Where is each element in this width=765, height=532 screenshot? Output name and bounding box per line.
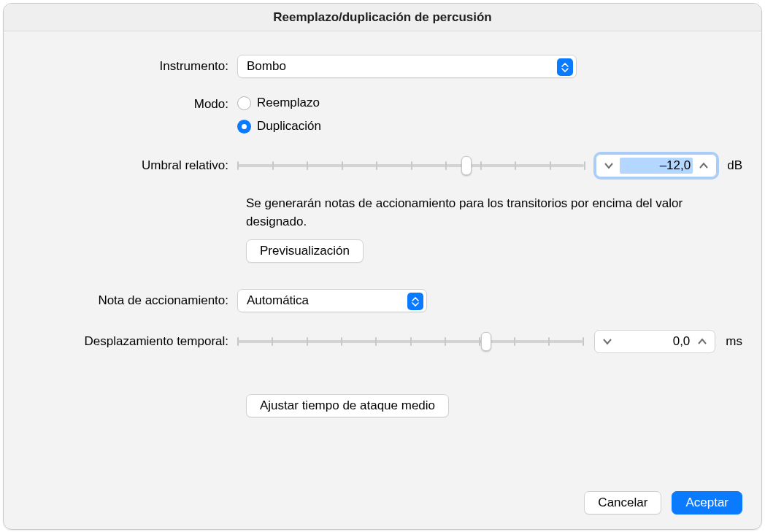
chevron-up-down-icon [407, 293, 423, 310]
titlebar: Reemplazo/duplicación de percusión [4, 4, 761, 31]
threshold-unit: dB [727, 158, 742, 173]
timing-offset-unit: ms [726, 334, 742, 349]
dialog-title: Reemplazo/duplicación de percusión [273, 10, 491, 25]
cancel-button[interactable]: Cancelar [584, 491, 661, 514]
threshold-value[interactable]: –12,0 [620, 158, 693, 174]
dialog-window: Reemplazo/duplicación de percusión Instr… [3, 3, 762, 530]
mode-double-label: Duplicación [257, 119, 321, 134]
prelisten-button[interactable]: Previsualización [246, 239, 364, 263]
chevron-up-down-icon [557, 58, 573, 76]
radio-selected-icon [237, 120, 251, 134]
mode-replace-option[interactable]: Reemplazo [237, 96, 320, 110]
trigger-note-value: Automática [247, 293, 309, 308]
mode-label: Modo: [23, 96, 237, 112]
threshold-label: Umbral relativo: [23, 158, 237, 173]
timing-offset-row: Desplazamiento temporal: [23, 330, 742, 353]
threshold-stepper[interactable]: –12,0 [596, 154, 717, 177]
threshold-helper: Se generarán notas de accionamiento para… [246, 195, 742, 231]
mode-replace-label: Reemplazo [257, 96, 320, 110]
attack-time-button[interactable]: Ajustar tiempo de ataque medio [246, 394, 449, 417]
timing-offset-value[interactable]: 0,0 [618, 334, 691, 349]
instrument-value: Bombo [247, 59, 286, 74]
stepper-up-icon[interactable] [694, 334, 710, 350]
stepper-down-icon[interactable] [601, 158, 617, 174]
threshold-row: Umbral relativo: [23, 154, 742, 177]
timing-offset-slider[interactable] [237, 331, 583, 352]
trigger-note-popup[interactable]: Automática [237, 289, 427, 312]
instrument-popup[interactable]: Bombo [237, 55, 577, 78]
instrument-label: Instrumento: [23, 59, 237, 74]
radio-icon [237, 96, 251, 110]
trigger-note-label: Nota de accionamiento: [23, 293, 237, 308]
stepper-up-icon[interactable] [696, 158, 712, 174]
trigger-note-row: Nota de accionamiento: Automática [23, 289, 742, 312]
stepper-down-icon[interactable] [599, 334, 615, 350]
timing-offset-label: Desplazamiento temporal: [23, 334, 237, 349]
timing-offset-stepper[interactable]: 0,0 [594, 330, 715, 353]
threshold-slider[interactable] [237, 155, 584, 176]
slider-thumb-icon[interactable] [461, 156, 472, 175]
ok-button[interactable]: Aceptar [672, 491, 742, 514]
slider-thumb-icon[interactable] [481, 332, 491, 351]
instrument-row: Instrumento: Bombo [23, 55, 742, 78]
mode-double-option[interactable]: Duplicación [237, 119, 321, 134]
dialog-content: Instrumento: Bombo Modo: Reemplazo [4, 31, 761, 529]
footer: Cancelar Aceptar [23, 478, 742, 514]
mode-row: Modo: Reemplazo Duplicación [23, 96, 742, 138]
